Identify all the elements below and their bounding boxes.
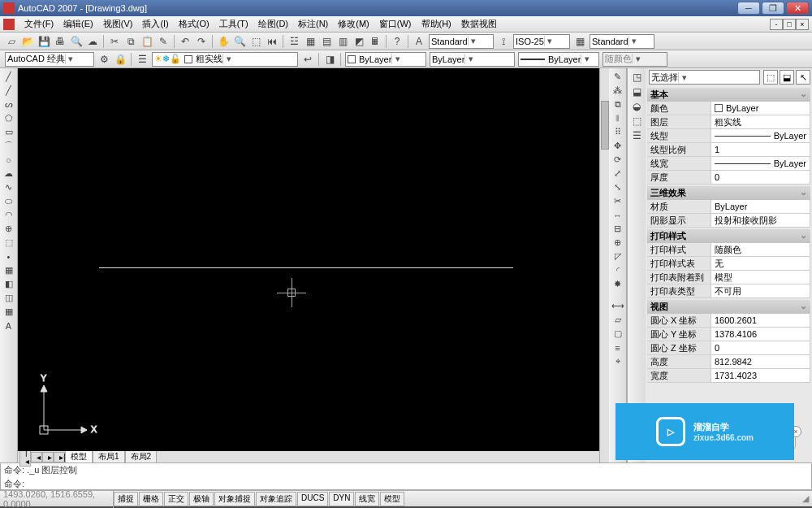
- prop-pstyle[interactable]: 随颜色: [710, 243, 810, 257]
- cut-icon[interactable]: ✂: [106, 34, 123, 49]
- match-icon[interactable]: ✎: [155, 34, 171, 49]
- table-icon[interactable]: ▦: [2, 305, 16, 319]
- menu-window[interactable]: 窗口(W): [374, 18, 417, 30]
- pickadd-icon[interactable]: ⬓: [780, 70, 794, 85]
- mode-grid[interactable]: 栅格: [139, 492, 163, 506]
- props-i1-icon[interactable]: ◳: [628, 70, 645, 85]
- layer-mgr-icon[interactable]: ☰: [134, 52, 150, 67]
- ellipse-icon[interactable]: ⬭: [2, 194, 16, 208]
- rect-icon[interactable]: ▭: [2, 125, 16, 139]
- mdi-close-button[interactable]: ×: [796, 19, 809, 30]
- group-view-header[interactable]: 视图⌄: [647, 300, 810, 314]
- move-icon[interactable]: ✥: [611, 139, 625, 153]
- prop-material[interactable]: ByLayer: [710, 200, 810, 214]
- menu-edit[interactable]: 编辑(E): [58, 18, 98, 30]
- mode-ducs[interactable]: DUCS: [297, 492, 328, 506]
- line-icon[interactable]: ╱: [2, 70, 16, 84]
- markup-icon[interactable]: ◩: [351, 34, 367, 49]
- designcenter-icon[interactable]: ▦: [302, 34, 318, 49]
- selection-combo[interactable]: 无选择▾: [649, 70, 760, 85]
- menu-dataview[interactable]: 数据视图: [456, 18, 502, 30]
- mode-ortho[interactable]: 正交: [164, 492, 188, 506]
- area-icon[interactable]: ▱: [611, 313, 625, 327]
- scale-icon[interactable]: ⤢: [611, 167, 625, 180]
- circle-icon[interactable]: ○: [2, 153, 16, 167]
- tab-layout1[interactable]: 布局1: [93, 450, 125, 463]
- prop-layer[interactable]: 粗实线: [710, 115, 810, 129]
- tab-last-icon[interactable]: ▸|: [54, 452, 65, 462]
- sheetset-icon[interactable]: ▥: [335, 34, 351, 49]
- list-icon[interactable]: ≡: [611, 341, 625, 354]
- join-icon[interactable]: ⊕: [611, 236, 625, 250]
- prop-ptype[interactable]: 不可用: [710, 284, 810, 298]
- zoom-icon[interactable]: 🔍: [231, 34, 248, 49]
- erase-icon[interactable]: ✎: [611, 70, 625, 84]
- region-icon[interactable]: ◫: [2, 291, 16, 305]
- zoom-window-icon[interactable]: ⬚: [248, 34, 264, 49]
- prop-color[interactable]: ByLayer: [710, 102, 810, 115]
- save-icon[interactable]: 💾: [36, 34, 52, 49]
- pline-icon[interactable]: ᔕ: [2, 98, 16, 111]
- point-icon[interactable]: •: [2, 250, 16, 263]
- v-scrollbar[interactable]: [599, 68, 609, 462]
- workspace-settings-icon[interactable]: ⚙: [96, 52, 112, 67]
- group-plot-header[interactable]: 打印样式⌄: [647, 229, 810, 243]
- insert-icon[interactable]: ⊕: [2, 222, 16, 236]
- prop-cx[interactable]: 1600.2601: [710, 314, 810, 328]
- tab-next-icon[interactable]: ▸: [42, 452, 54, 462]
- prop-h[interactable]: 812.9842: [710, 355, 810, 369]
- explode-icon[interactable]: ✸: [611, 277, 625, 291]
- extend-icon[interactable]: ↔: [611, 208, 625, 222]
- mode-lwt[interactable]: 线宽: [355, 492, 379, 506]
- menu-dim[interactable]: 标注(N): [293, 18, 333, 30]
- tablestyle-combo[interactable]: Standard▾: [590, 34, 654, 49]
- prop-cz[interactable]: 0: [710, 341, 810, 355]
- menu-view[interactable]: 视图(V): [98, 18, 138, 30]
- paste-icon[interactable]: 📋: [139, 34, 155, 49]
- mirror-icon[interactable]: ⧉: [611, 98, 625, 111]
- menu-insert[interactable]: 插入(I): [137, 18, 173, 30]
- group-basic-header[interactable]: 基本⌄: [647, 88, 810, 102]
- help-icon[interactable]: ?: [389, 34, 405, 49]
- prop-linetype[interactable]: ByLayer: [710, 129, 810, 143]
- mode-otrack[interactable]: 对象追踪: [256, 492, 296, 506]
- prop-ltscale[interactable]: 1: [710, 143, 810, 157]
- trim-icon[interactable]: ✂: [611, 194, 625, 208]
- rotate-icon[interactable]: ⟳: [611, 153, 625, 167]
- array-icon[interactable]: ⠿: [611, 125, 625, 139]
- spline-icon[interactable]: ∿: [2, 180, 16, 194]
- menu-format[interactable]: 格式(O): [174, 18, 214, 30]
- layer-prev-icon[interactable]: ↩: [300, 52, 316, 67]
- props-i2-icon[interactable]: ⬓: [628, 85, 645, 99]
- ellipsearc-icon[interactable]: ◠: [2, 208, 16, 222]
- menu-help[interactable]: 帮助(H): [417, 18, 456, 30]
- zoom-prev-icon[interactable]: ⏮: [264, 34, 280, 49]
- stretch-icon[interactable]: ⤡: [611, 180, 625, 194]
- region2-icon[interactable]: ▢: [611, 327, 625, 341]
- chamfer-icon[interactable]: ◸: [611, 250, 625, 263]
- redo-icon[interactable]: ↷: [193, 34, 209, 49]
- minimize-button[interactable]: ─: [737, 2, 760, 15]
- open-icon[interactable]: 📂: [19, 34, 36, 49]
- copy-icon[interactable]: ⧉: [123, 34, 139, 49]
- close-button[interactable]: ✕: [786, 2, 809, 15]
- mode-osnap[interactable]: 对象捕捉: [214, 492, 255, 506]
- menu-modify[interactable]: 修改(M): [333, 18, 374, 30]
- copy-obj-icon[interactable]: ⁂: [611, 84, 625, 98]
- new-icon[interactable]: ▱: [3, 34, 19, 49]
- polygon-icon[interactable]: ⬠: [2, 111, 16, 125]
- block-icon[interactable]: ⬚: [2, 236, 16, 250]
- tab-model[interactable]: 模型: [65, 450, 93, 463]
- menu-draw[interactable]: 绘图(D): [253, 18, 293, 30]
- mode-snap[interactable]: 捕捉: [114, 492, 138, 506]
- hatch-icon[interactable]: ▦: [2, 263, 16, 277]
- print-icon[interactable]: 🖶: [52, 34, 68, 49]
- textstyle-icon[interactable]: A: [411, 34, 427, 49]
- revcloud-icon[interactable]: ☁: [2, 167, 16, 180]
- preview-icon[interactable]: 🔍: [68, 34, 84, 49]
- mode-model[interactable]: 模型: [380, 492, 404, 506]
- prop-thickness[interactable]: 0: [710, 171, 810, 185]
- workspace-lock-icon[interactable]: 🔒: [112, 52, 128, 67]
- break-icon[interactable]: ⊟: [611, 222, 625, 236]
- color-combo[interactable]: ByLayer▾: [345, 52, 426, 67]
